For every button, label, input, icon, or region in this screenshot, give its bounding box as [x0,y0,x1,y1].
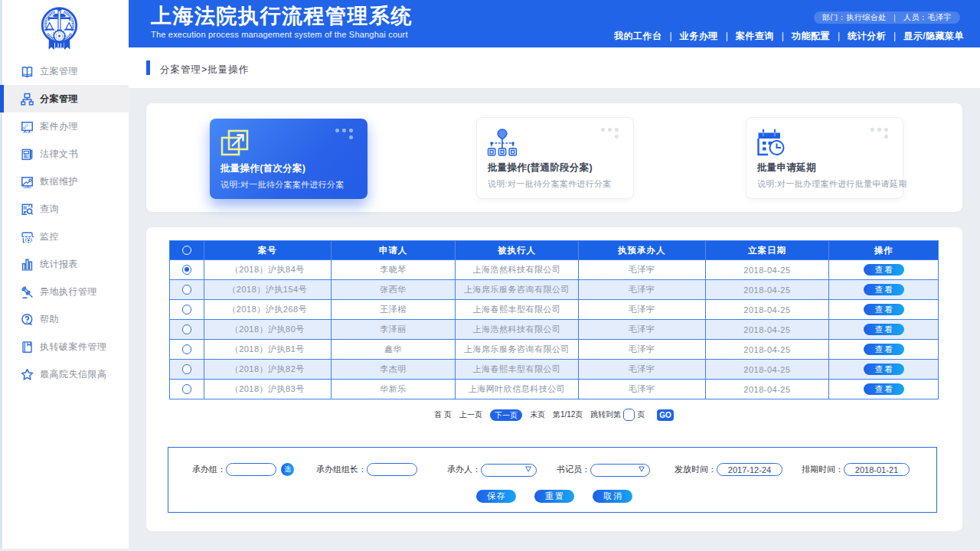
view-button[interactable]: 查看 [864,344,904,355]
sidebar-item-label: 帮助 [40,313,59,326]
row-radio[interactable] [182,344,192,354]
nav-separator: | [670,31,672,41]
breadcrumb-marker [146,60,150,75]
nav-separator: | [782,31,784,41]
badge-separator: ｜ [891,13,899,21]
view-button[interactable]: 查看 [864,284,904,295]
leader-label: 承办组组长： [316,464,367,475]
top-nav-item[interactable]: 案件查询 [736,30,774,43]
row-radio[interactable] [182,265,192,275]
document-icon [21,148,34,161]
sidebar-item-label: 案件办理 [40,120,78,133]
cell-date: 2018-04-25 [705,280,829,299]
cancel-button[interactable]: 取消 [593,490,632,503]
table-header-row: 案号 申请人 被执行人 执预承办人 立案日期 操作 [170,241,938,259]
cell-date: 2018-04-25 [705,320,829,339]
cell-case-no: （2018）沪执82号 [204,360,331,379]
view-button[interactable]: 查看 [864,383,904,395]
case-table: 案号 申请人 被执行人 执预承办人 立案日期 操作 （2018）沪执84号 李晓… [169,240,939,399]
view-button[interactable]: 查看 [864,264,904,276]
card-batch-normal-assign[interactable]: 批量操作(普通阶段分案) 说明:对一批待分案案件进行分案 [476,117,634,199]
save-button[interactable]: 保存 [476,490,516,503]
page-prev[interactable]: 上一页 [459,409,482,420]
col-handler: 执预承办人 [578,241,705,259]
cell-handler: 毛泽宇 [578,320,705,339]
card-batch-delay-request[interactable]: 批量申请延期 说明:对一批办理案件进行批量申请延期 [746,117,903,199]
row-radio[interactable] [182,364,192,374]
row-radio[interactable] [182,285,192,295]
schedule-date-input[interactable] [844,463,910,476]
breadcrumb: 分案管理>批量操作 [160,64,249,77]
bar-chart-icon [21,258,34,271]
top-nav-item[interactable]: 功能配置 [792,30,830,43]
sidebar-item-分案管理[interactable]: 分案管理 [0,85,129,112]
page-last[interactable]: 末页 [530,409,545,420]
table-row: （2018）沪执81号 鑫华 上海席乐服务咨询有限公司 毛泽宇 2018-04-… [170,339,938,359]
sidebar-item-统计报表[interactable]: 统计报表 [0,250,129,278]
table-row: （2018）沪执84号 李晓琴 上海浩然科技有限公司 毛泽宇 2018-04-2… [170,259,938,279]
cell-case-no: （2018）沪执268号 [204,300,331,319]
select-group-button[interactable]: 选 [281,463,294,476]
row-radio[interactable] [182,324,192,334]
sidebar: 立案管理分案管理案件办理法律文书数据维护查询监控统计报表异地执行管理帮助执转破案… [0,0,129,549]
page-info: 第1/12页 [553,409,583,420]
cell-date: 2018-04-25 [705,300,829,319]
jump-page-input[interactable] [623,409,635,421]
cell-case-no: （2018）沪执154号 [204,280,331,299]
sidebar-item-执转破案件管理[interactable]: 执转破案件管理 [0,333,129,360]
top-nav-item[interactable]: 我的工作台 [614,30,662,43]
page-first[interactable]: 首 页 [434,409,452,420]
sidebar-item-最高院失信限高[interactable]: 最高院失信限高 [0,360,129,388]
sidebar-item-label: 法律文书 [40,148,78,161]
app-header: 上海法院执行流程管理系统 The execution process manag… [129,0,980,47]
page-next[interactable]: 下一页 [490,409,522,421]
handler-select[interactable] [481,464,537,477]
top-nav-item[interactable]: 统计分析 [848,30,886,43]
sidebar-item-帮助[interactable]: 帮助 [0,305,129,333]
go-button[interactable]: GO [657,409,674,421]
notebook-icon [21,341,34,354]
cell-handler: 毛泽宇 [578,260,705,279]
nav-separator: | [726,31,728,41]
top-nav-item[interactable]: 显示/隐藏菜单 [903,30,964,43]
clerk-select[interactable] [590,464,650,477]
sidebar-item-法律文书[interactable]: 法律文书 [0,140,129,168]
reset-button[interactable]: 重置 [534,490,574,503]
cell-applicant: 李晓琴 [331,260,456,279]
cell-respondent: 上海浩然科技有限公司 [455,260,578,279]
sidebar-item-查询[interactable]: 查询 [0,195,129,223]
sidebar-item-监控[interactable]: 监控 [0,223,129,250]
view-button[interactable]: 查看 [864,304,904,315]
nav-separator: | [838,31,840,41]
sidebar-item-数据维护[interactable]: 数据维护 [0,168,129,195]
calendar-clock-icon [756,128,787,157]
leader-input[interactable] [367,463,417,476]
schedule-date-label: 排期时间： [802,464,844,475]
sidebar-item-异地执行管理[interactable]: 异地执行管理 [0,278,129,305]
cell-respondent: 上海浩然科技有限公司 [455,320,578,339]
app-title: 上海法院执行流程管理系统 [151,5,413,28]
cell-handler: 毛泽宇 [578,380,705,399]
sidebar-item-立案管理[interactable]: 立案管理 [0,57,129,85]
view-button[interactable]: 查看 [864,324,904,335]
cell-handler: 毛泽宇 [578,300,705,319]
sidebar-item-案件办理[interactable]: 案件办理 [0,112,129,140]
export-squares-icon [220,129,250,158]
row-radio[interactable] [182,305,192,315]
cell-handler: 毛泽宇 [578,340,705,359]
row-radio[interactable] [182,384,192,394]
sidebar-item-label: 统计报表 [40,258,78,271]
issue-date-input[interactable] [717,463,782,476]
top-nav-item[interactable]: 业务办理 [680,30,718,43]
group-input[interactable] [226,463,276,476]
card-batch-first-assign[interactable]: 批量操作(首次分案) 说明:对一批待分案案件进行分案 [210,119,368,199]
cell-date: 2018-04-25 [705,360,829,379]
card-dots-icon [601,128,622,140]
view-button[interactable]: 查看 [864,364,904,375]
card-desc: 说明:对一批待分案案件进行分案 [220,179,345,191]
dept-label: 部门：执行综合处 [822,13,887,21]
cell-respondent: 上海席乐服务咨询有限公司 [455,280,578,299]
issue-date-label: 发放时间： [675,464,717,475]
sidebar-item-label: 最高院失信限高 [40,368,107,381]
case-table-panel: 案号 申请人 被执行人 执预承办人 立案日期 操作 （2018）沪执84号 李晓… [146,227,962,531]
